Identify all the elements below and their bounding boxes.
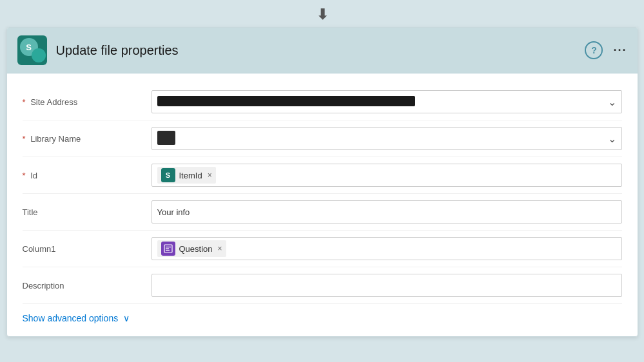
card-title: Update file properties bbox=[56, 43, 585, 58]
title-label: Title bbox=[23, 207, 151, 217]
header-actions: ? ··· bbox=[585, 41, 627, 59]
show-advanced-options[interactable]: Show advanced options ∨ bbox=[23, 313, 622, 323]
column1-field[interactable]: Question × bbox=[151, 237, 622, 260]
id-field[interactable]: S ItemId × bbox=[151, 164, 622, 187]
card-header: S Update file properties ? ··· bbox=[7, 28, 638, 73]
id-label: * Id bbox=[23, 171, 151, 180]
title-value: Your info bbox=[157, 207, 616, 217]
more-options-button[interactable]: ··· bbox=[613, 44, 627, 57]
show-advanced-label: Show advanced options bbox=[23, 313, 119, 323]
column1-label: Column1 bbox=[23, 244, 151, 254]
column1-row: Column1 Question × bbox=[23, 231, 622, 267]
site-address-row: * Site Address ⌄ bbox=[23, 84, 622, 120]
required-marker: * bbox=[23, 97, 26, 107]
question-tag-text: Question bbox=[179, 244, 213, 254]
question-tag-close[interactable]: × bbox=[218, 244, 222, 253]
chevron-down-icon: ∨ bbox=[123, 313, 130, 323]
card-body: * Site Address ⌄ * Library Name bbox=[7, 73, 638, 336]
library-name-chevron-icon: ⌄ bbox=[608, 133, 616, 145]
sharepoint-icon: S bbox=[17, 35, 47, 65]
site-address-value bbox=[157, 96, 603, 108]
description-row: Description bbox=[23, 267, 622, 304]
description-field[interactable] bbox=[151, 274, 622, 297]
site-address-redacted bbox=[157, 96, 415, 106]
action-card: S Update file properties ? ··· * Site Ad… bbox=[6, 27, 638, 337]
sp-s-icon: S bbox=[161, 168, 175, 182]
library-name-row: * Library Name ⌄ bbox=[23, 120, 622, 157]
site-address-label: * Site Address bbox=[23, 97, 151, 107]
description-label: Description bbox=[23, 281, 151, 291]
itemid-tag: S ItemId × bbox=[157, 167, 216, 184]
library-name-label: * Library Name bbox=[23, 134, 151, 144]
itemid-tag-close[interactable]: × bbox=[208, 171, 212, 180]
title-field[interactable]: Your info bbox=[151, 200, 622, 224]
required-marker-2: * bbox=[23, 134, 26, 144]
id-row: * Id S ItemId × bbox=[23, 157, 622, 194]
library-name-value bbox=[157, 131, 603, 147]
help-button[interactable]: ? bbox=[585, 41, 603, 59]
icon-overlap bbox=[32, 48, 46, 62]
connector-arrow: ⬇ bbox=[317, 6, 328, 23]
site-address-dropdown[interactable]: ⌄ bbox=[151, 90, 622, 113]
required-marker-3: * bbox=[23, 171, 26, 180]
forms-icon bbox=[161, 242, 175, 256]
title-row: Title Your info bbox=[23, 194, 622, 231]
itemid-tag-text: ItemId bbox=[179, 171, 202, 180]
question-tag: Question × bbox=[157, 240, 226, 257]
library-name-dropdown[interactable]: ⌄ bbox=[151, 127, 622, 150]
library-redacted bbox=[157, 131, 175, 145]
site-address-chevron-icon: ⌄ bbox=[608, 96, 616, 108]
